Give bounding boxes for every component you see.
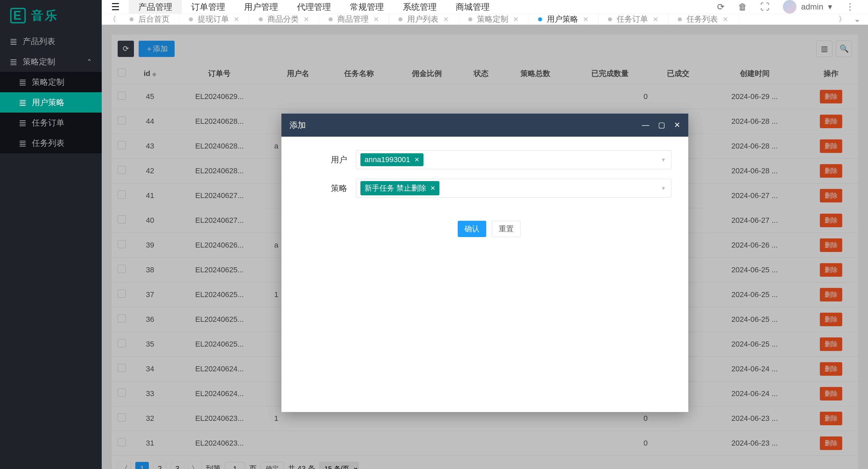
tab-dot-icon — [468, 17, 472, 21]
sidebar-item-label: 任务列表 — [32, 138, 64, 149]
chevron-up-icon: ⌃ — [86, 58, 92, 66]
list-icon — [19, 117, 26, 129]
sidebar-item-label: 任务订单 — [32, 117, 64, 128]
sidebar-item-strategy-custom[interactable]: 策略定制 — [0, 72, 102, 92]
tab-label: 用户策略 — [547, 14, 578, 24]
sidebar-item-label: 策略定制 — [23, 56, 55, 67]
sidebar-item-label: 用户策略 — [32, 97, 64, 108]
tab-label: 后台首页 — [138, 14, 170, 24]
tab-dot-icon — [398, 17, 402, 21]
dropdown-icon: ▾ — [662, 184, 665, 192]
trash-icon[interactable]: 🗑 — [738, 2, 747, 12]
tab-dot-icon — [678, 17, 682, 21]
tab-dot-icon — [259, 17, 263, 21]
sidebar-item-label: 产品列表 — [23, 36, 55, 47]
dialog-confirm-button[interactable]: 确认 — [458, 221, 486, 237]
tab-dot-icon — [189, 17, 193, 21]
tabs-dropdown[interactable]: ⌄ — [850, 14, 865, 24]
tab[interactable]: 用户列表✕ — [389, 14, 459, 24]
tab-close-icon[interactable]: ✕ — [583, 15, 589, 23]
tab-close-icon[interactable]: ✕ — [303, 15, 309, 23]
header: ☰ 产品管理订单管理用户管理代理管理常规管理系统管理商城管理 ⟳ 🗑 ⛶ adm… — [102, 0, 868, 14]
tab[interactable]: 用户策略✕ — [529, 14, 598, 24]
list-icon — [9, 36, 17, 47]
user-tag-remove-icon[interactable]: ✕ — [414, 156, 419, 163]
user-select[interactable]: anna1993001 ✕ ▾ — [356, 150, 671, 169]
tab[interactable]: 策略定制✕ — [459, 14, 529, 24]
topmenu-item[interactable]: 代理管理 — [288, 0, 340, 14]
dialog-title: 添加 — [290, 120, 306, 131]
tab-close-icon[interactable]: ✕ — [723, 15, 728, 23]
strategy-select[interactable]: 新手任务 禁止删除 ✕ ▾ — [356, 179, 671, 198]
tab[interactable]: 商品管理✕ — [319, 14, 389, 24]
tab-label: 任务列表 — [687, 14, 718, 24]
tab-label: 商品分类 — [268, 14, 299, 24]
dialog-minimize-icon[interactable]: — — [642, 121, 649, 130]
tab-label: 商品管理 — [337, 14, 369, 24]
refresh-icon[interactable]: ⟳ — [717, 2, 725, 12]
dropdown-icon: ▾ — [662, 156, 665, 163]
user-tag-label: anna1993001 — [364, 155, 410, 164]
sidebar-toggle-button[interactable]: ☰ — [102, 1, 129, 13]
tab-dot-icon — [538, 17, 542, 21]
tab-close-icon[interactable]: ✕ — [234, 15, 239, 23]
tab-dot-icon — [329, 17, 333, 21]
strategy-tag-label: 新手任务 禁止删除 — [364, 183, 426, 193]
caret-down-icon: ▾ — [828, 2, 832, 12]
add-dialog: 添加 — ▢ ✕ 用户 anna1993001 ✕ ▾ 策略 — [281, 114, 688, 412]
tabs-scroll-left[interactable]: 〈 — [105, 14, 120, 24]
more-icon[interactable]: ⋮ — [846, 2, 854, 12]
topmenu-item[interactable]: 订单管理 — [182, 0, 235, 14]
username: admin — [801, 2, 823, 12]
strategy-tag-remove-icon[interactable]: ✕ — [430, 184, 435, 192]
topmenu-item[interactable]: 常规管理 — [340, 0, 393, 14]
tabs-bar: 〈 后台首页提现订单✕商品分类✕商品管理✕用户列表✕策略定制✕用户策略✕任务订单… — [102, 14, 868, 25]
tab-close-icon[interactable]: ✕ — [513, 15, 519, 23]
tab-label: 策略定制 — [477, 14, 508, 24]
sidebar-item-product-list[interactable]: 产品列表 — [0, 31, 102, 52]
topmenu-item[interactable]: 商城管理 — [446, 0, 499, 14]
tab-label: 提现订单 — [198, 14, 229, 24]
tab[interactable]: 商品分类✕ — [249, 14, 319, 24]
tab[interactable]: 任务订单✕ — [598, 14, 668, 24]
strategy-tag: 新手任务 禁止删除 ✕ — [360, 181, 439, 195]
form-label-strategy: 策略 — [298, 183, 356, 194]
tab-dot-icon — [130, 17, 134, 21]
tab[interactable]: 后台首页 — [120, 14, 179, 24]
tab-dot-icon — [608, 17, 612, 21]
tabs-scroll-right[interactable]: 〉 — [835, 14, 850, 24]
logo-e-icon: E — [10, 8, 26, 23]
brand-text: 音乐 — [31, 7, 58, 24]
sidebar-item-label: 策略定制 — [32, 77, 64, 87]
sidebar-item-task-list[interactable]: 任务列表 — [0, 133, 102, 153]
topmenu-item[interactable]: 产品管理 — [129, 0, 182, 14]
form-label-user: 用户 — [298, 154, 356, 165]
tab[interactable]: 提现订单✕ — [179, 14, 249, 24]
tab-close-icon[interactable]: ✕ — [373, 15, 379, 23]
dialog-close-icon[interactable]: ✕ — [674, 121, 680, 130]
dialog-maximize-icon[interactable]: ▢ — [658, 121, 665, 130]
list-icon — [19, 97, 26, 108]
list-icon — [19, 77, 26, 88]
sidebar-item-strategy-group[interactable]: 策略定制 ⌃ — [0, 52, 102, 72]
user-tag: anna1993001 ✕ — [360, 153, 423, 166]
topmenu-item[interactable]: 用户管理 — [235, 0, 288, 14]
logo: E 音乐 — [0, 0, 102, 31]
tab-label: 任务订单 — [617, 14, 648, 24]
tab-close-icon[interactable]: ✕ — [443, 15, 449, 23]
user-menu[interactable]: admin ▾ — [783, 0, 832, 14]
sidebar: E 音乐 产品列表 策略定制 ⌃ 策略定制 用户策略 任务订单 — [0, 0, 102, 469]
dialog-reset-button[interactable]: 重置 — [492, 221, 521, 237]
sidebar-item-task-order[interactable]: 任务订单 — [0, 113, 102, 133]
tab-label: 用户列表 — [407, 14, 438, 24]
tab[interactable]: 任务列表✕ — [668, 14, 738, 24]
tab-close-icon[interactable]: ✕ — [653, 15, 658, 23]
fullscreen-icon[interactable]: ⛶ — [761, 2, 769, 12]
avatar — [783, 0, 796, 14]
topmenu-item[interactable]: 系统管理 — [393, 0, 446, 14]
list-icon — [9, 56, 17, 67]
sidebar-item-user-strategy[interactable]: 用户策略 — [0, 92, 102, 113]
list-icon — [19, 138, 26, 149]
